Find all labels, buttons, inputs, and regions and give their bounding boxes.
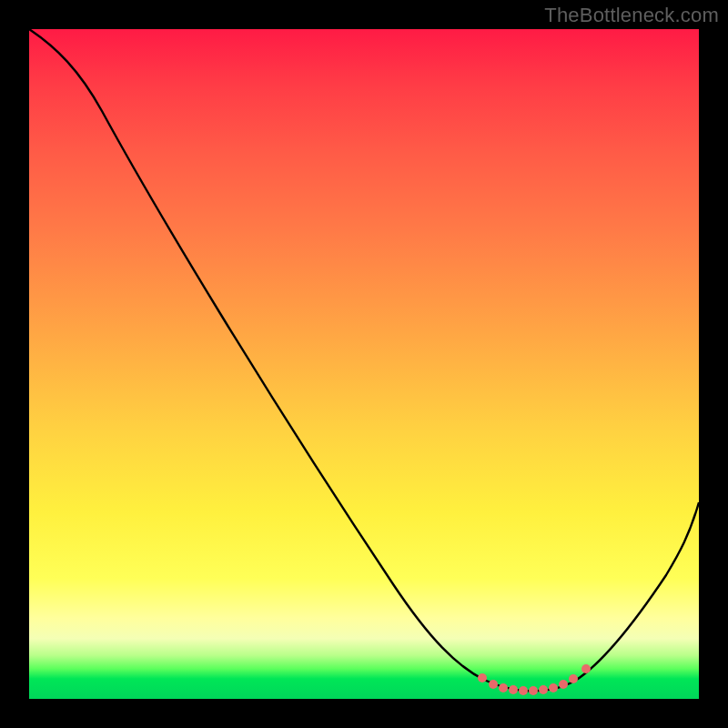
svg-point-0 [478, 673, 487, 682]
svg-point-3 [509, 685, 518, 694]
svg-point-10 [581, 664, 591, 673]
svg-point-6 [539, 685, 548, 694]
svg-point-5 [529, 686, 538, 695]
plot-area [29, 29, 699, 699]
chart-frame: TheBottleneck.com [0, 0, 728, 728]
svg-point-7 [549, 683, 558, 693]
svg-point-1 [489, 680, 498, 689]
svg-point-2 [499, 683, 508, 693]
svg-point-9 [569, 674, 578, 683]
svg-point-4 [519, 686, 528, 695]
bottleneck-curve-svg [29, 29, 699, 699]
watermark-text: TheBottleneck.com [544, 4, 719, 27]
optimal-range-dots [478, 664, 591, 695]
svg-point-8 [559, 680, 568, 689]
bottleneck-curve [29, 29, 699, 691]
